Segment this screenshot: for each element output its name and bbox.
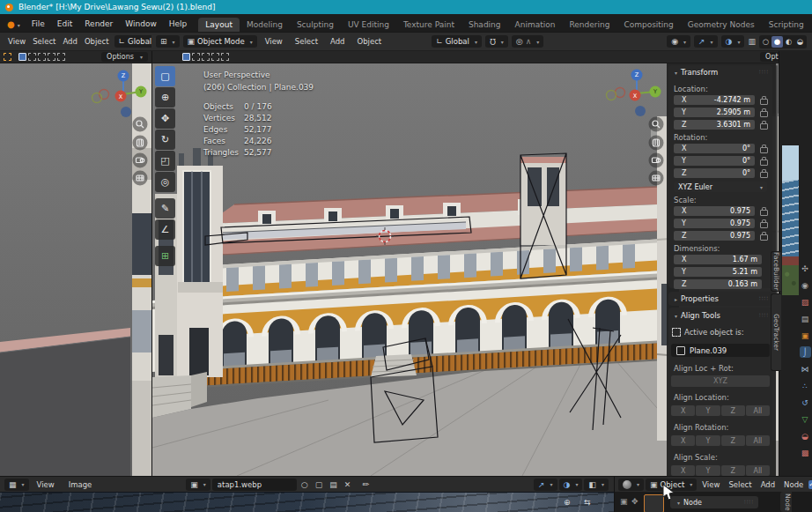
tab-scripting[interactable]: Scripting bbox=[762, 18, 811, 32]
proportional-edit-group[interactable]: ◎ ∧▾ bbox=[512, 35, 543, 48]
output-icon[interactable]: ▨ bbox=[800, 296, 811, 308]
shading-material-icon[interactable]: ◐ bbox=[783, 36, 794, 48]
sidebar-tab-facebuilder[interactable]: FaceBuilder bbox=[771, 251, 781, 292]
align-rot-z-button[interactable]: Z bbox=[721, 435, 745, 446]
align-rot-all-button[interactable]: All bbox=[746, 435, 770, 446]
unlink-icon[interactable]: ✕ bbox=[344, 480, 351, 489]
select-mode-new[interactable] bbox=[182, 53, 190, 61]
tool-annotate[interactable]: ✎ bbox=[155, 198, 175, 219]
tool-add-cube[interactable]: ⊞ bbox=[155, 246, 175, 266]
tool-icon[interactable]: ✣ bbox=[800, 263, 811, 274]
fake-user-icon[interactable]: ○ bbox=[301, 480, 308, 489]
lock-scale-x-icon[interactable] bbox=[758, 206, 769, 216]
tab-animation[interactable]: Animation bbox=[508, 18, 563, 32]
lock-scale-z-icon[interactable] bbox=[758, 231, 769, 241]
tool-measure[interactable]: ∠ bbox=[155, 219, 175, 240]
vp-menu-select[interactable]: Select bbox=[291, 37, 322, 46]
lock-rotation-z-icon[interactable] bbox=[758, 168, 769, 178]
rotation-x-field[interactable]: X0° bbox=[674, 144, 755, 153]
lv-orientation-dropdown[interactable]: ∟ Global bbox=[114, 35, 157, 48]
lv-menu-select[interactable]: Select bbox=[29, 37, 59, 46]
img-menu-view[interactable]: View bbox=[31, 480, 61, 489]
menu-window[interactable]: Window bbox=[119, 19, 163, 32]
lock-location-y-icon[interactable] bbox=[758, 108, 769, 117]
lock-location-x-icon[interactable] bbox=[758, 95, 769, 105]
tool-rotate[interactable]: ↻ bbox=[155, 130, 175, 150]
snapping-group[interactable]: Ω▾ bbox=[485, 35, 508, 48]
img-channels-dropdown[interactable]: ◧▾ bbox=[584, 479, 609, 491]
shading-rendered-icon[interactable]: ◒ bbox=[794, 36, 806, 48]
gizmo-toggle[interactable]: ↗▾ bbox=[694, 35, 718, 48]
select-mode-intersect[interactable] bbox=[221, 53, 229, 61]
select-mode-subtract[interactable] bbox=[38, 53, 46, 61]
rotation-z-field[interactable]: Z0° bbox=[674, 168, 755, 178]
frame-arrows-icon[interactable]: ⇆ bbox=[584, 498, 591, 507]
dimensions-z-field[interactable]: Z0.163 m bbox=[674, 279, 762, 289]
align-rot-x-button[interactable]: X bbox=[671, 435, 695, 446]
image-name-field[interactable]: atap1.webp bbox=[212, 479, 297, 491]
orientation-dropdown[interactable]: ∟ Global▾ bbox=[432, 35, 482, 48]
overlays-toggle[interactable]: ◑▾ bbox=[721, 35, 745, 48]
select-mode-invert[interactable] bbox=[211, 53, 219, 61]
view-layer-icon[interactable]: ▤ bbox=[800, 313, 811, 324]
tab-layout[interactable]: Layout bbox=[198, 18, 240, 32]
align-scale-all-button[interactable]: All bbox=[746, 465, 770, 476]
active-object-button[interactable]: Plane.039 bbox=[671, 344, 770, 357]
node-sidebar-tab[interactable]: Node bbox=[780, 492, 792, 512]
nd-menu-node[interactable]: Node bbox=[780, 480, 807, 489]
new-image-icon[interactable]: ▢ bbox=[315, 480, 323, 489]
image-browse-button[interactable]: ▣▾ bbox=[186, 479, 210, 491]
nd-menu-add[interactable]: Add bbox=[757, 480, 779, 489]
menu-edit[interactable]: Edit bbox=[51, 19, 78, 32]
transform-panel-header[interactable]: ▾ Transform∷∷ bbox=[672, 68, 769, 77]
shading-wireframe-icon[interactable]: ○ bbox=[760, 36, 771, 48]
dimensions-x-field[interactable]: X1.67 m bbox=[674, 255, 762, 264]
node-panel-header[interactable]: ▾ Node∷∷ bbox=[670, 496, 758, 508]
active-tool-icon[interactable] bbox=[4, 53, 11, 61]
world-icon[interactable]: ◒ bbox=[800, 430, 811, 442]
tool-scale[interactable]: ◰ bbox=[155, 151, 175, 171]
rotation-mode-dropdown[interactable]: XYZ Euler▾ bbox=[674, 182, 767, 192]
select-mode-extend[interactable] bbox=[192, 53, 200, 61]
nd-menu-view[interactable]: View bbox=[698, 480, 723, 489]
align-loc-x-button[interactable]: X bbox=[671, 405, 695, 416]
sidebar-tab-geotracker[interactable]: GeoTracker bbox=[771, 293, 781, 371]
img-gizmo-toggle[interactable]: ↗▾ bbox=[534, 479, 557, 491]
object-data-icon[interactable]: ▽ bbox=[800, 413, 811, 425]
tool-cursor[interactable]: ⊕ bbox=[155, 87, 175, 108]
lock-rotation-y-icon[interactable] bbox=[758, 156, 769, 166]
tool-select-box[interactable]: ▢ bbox=[155, 66, 175, 86]
scale-z-field[interactable]: Z0.975 bbox=[674, 231, 755, 241]
constraints-icon[interactable]: ⋈ bbox=[800, 363, 811, 375]
secondary-viewport[interactable]: Z Y X bbox=[0, 63, 151, 476]
blender-app-menu-icon[interactable]: ●▾ bbox=[0, 19, 26, 32]
pack-image-icon[interactable]: ▤ bbox=[329, 480, 337, 489]
image-editor-content[interactable]: ⊕ ⇆ bbox=[0, 492, 614, 512]
properties-panel-header[interactable]: ▸ Properties∷∷ bbox=[672, 294, 769, 303]
lv-pan-hand-icon[interactable] bbox=[133, 136, 148, 151]
lv-menu-add[interactable]: Add bbox=[59, 37, 80, 46]
lv-options-button[interactable]: Options▾ bbox=[101, 52, 148, 62]
tab-shading[interactable]: Shading bbox=[461, 18, 508, 32]
align-loc-all-button[interactable]: All bbox=[746, 405, 770, 416]
align-rot-y-button[interactable]: Y bbox=[696, 435, 720, 446]
menu-help[interactable]: Help bbox=[163, 19, 194, 32]
texture-icon[interactable]: ▩ bbox=[800, 447, 811, 458]
tab-sculpting[interactable]: Sculpting bbox=[290, 18, 341, 32]
lock-rotation-x-icon[interactable] bbox=[758, 144, 769, 153]
lock-scale-y-icon[interactable] bbox=[758, 219, 769, 228]
tab-geometry-nodes[interactable]: Geometry Nodes bbox=[681, 18, 762, 32]
align-loc-z-button[interactable]: Z bbox=[721, 405, 745, 416]
align-tools-panel-header[interactable]: ▾ Align Tools∷∷ bbox=[672, 311, 769, 320]
lv-menu-view[interactable]: View bbox=[4, 37, 29, 46]
align-loc-y-button[interactable]: Y bbox=[696, 405, 720, 416]
shader-node[interactable] bbox=[644, 494, 664, 512]
align-scale-y-button[interactable]: Y bbox=[696, 465, 720, 476]
pan-hand-icon[interactable] bbox=[649, 136, 664, 151]
menu-file[interactable]: File bbox=[26, 19, 51, 32]
vp-menu-object[interactable]: Object bbox=[353, 37, 387, 46]
zoom-icon[interactable] bbox=[649, 117, 664, 132]
rotation-y-field[interactable]: Y0° bbox=[674, 156, 755, 166]
align-xyz-button[interactable]: XYZ bbox=[671, 375, 770, 387]
scale-x-field[interactable]: X0.975 bbox=[674, 206, 755, 216]
